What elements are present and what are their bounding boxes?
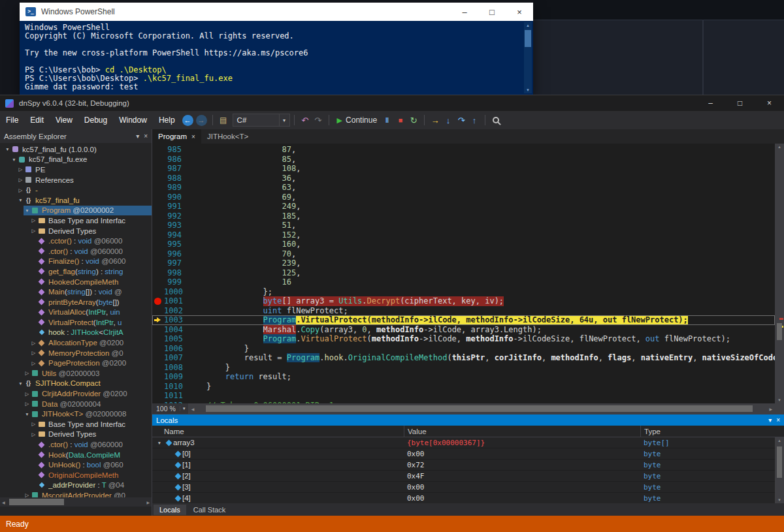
close-button[interactable]: × [755,95,784,111]
breakpoint-gutter[interactable] [152,145,164,155]
breakpoint-gutter[interactable] [152,325,164,335]
chevron-down-icon[interactable]: ▾ [136,133,139,140]
code-editor[interactable]: 985 87,986 85,987 108,988 36,989 63,990 … [152,144,775,403]
undo-button[interactable]: ↶ [299,113,312,127]
breakpoint-gutter[interactable] [152,372,164,382]
scrollbar-thumb[interactable] [525,30,531,47]
breakpoint-gutter[interactable] [152,202,164,211]
breakpoint-gutter[interactable] [152,391,164,401]
tree-item[interactable]: printByteArray(byte[]) [0,297,152,307]
expander-icon[interactable]: ▷ [17,177,24,183]
expander-icon[interactable]: ▷ [30,217,37,223]
expander-icon[interactable]: ▾ [17,381,24,386]
breakpoint-gutter[interactable] [152,183,164,193]
tree-item[interactable]: .ctor() : void @060000 [0,439,152,450]
expander-icon[interactable]: ▷ [24,370,31,376]
search-button[interactable] [489,113,502,127]
breakpoint-gutter[interactable] [152,382,164,392]
scroll-right-icon[interactable]: ▶ [769,407,772,411]
tree-item[interactable]: ▾JITHook<T> @02000008 [0,409,152,419]
scroll-left-icon[interactable]: ◀ [2,500,5,505]
expander-icon[interactable]: ▾ [155,440,164,446]
tree-item[interactable]: ▷Utils @02000003 [0,368,152,379]
breakpoint-icon[interactable] [152,296,164,306]
expander-icon[interactable]: ▷ [17,166,24,172]
break-all-button[interactable]: ‖ [381,113,394,127]
tree-item[interactable]: hook : JITHook<ClrjitA [0,328,152,338]
menu-help[interactable]: Help [153,111,181,129]
chevron-down-icon[interactable]: ▾ [768,416,772,424]
breakpoint-gutter[interactable] [152,277,164,287]
step-into-button[interactable]: ↓ [442,113,455,127]
expander-icon[interactable]: ▷ [24,391,31,397]
breakpoint-gutter[interactable] [152,306,164,316]
powershell-scrollbar[interactable]: ▲ ▼ [524,22,532,93]
tree-item[interactable]: ▷Derived Types [0,226,152,236]
redo-button[interactable]: ↷ [312,113,325,127]
show-next-statement-button[interactable]: → [429,113,442,127]
restart-button[interactable]: ↻ [407,113,420,127]
tree-item[interactable]: ▷MemoryProtection @0 [0,348,152,358]
breakpoint-gutter[interactable] [152,363,164,373]
maximize-button[interactable]: □ [725,95,755,111]
expander-icon[interactable]: ▷ [24,401,31,407]
breakpoint-gutter[interactable] [152,155,164,164]
expander-icon[interactable]: ▾ [24,208,31,213]
tree-item[interactable]: ▷- [0,185,152,195]
expander-icon[interactable]: ▾ [4,146,11,152]
menu-file[interactable]: File [0,111,24,129]
menu-view[interactable]: View [50,111,78,129]
expander-icon[interactable]: ▷ [30,340,37,346]
tree-hscrollbar[interactable]: ◀ ▶ [0,497,152,507]
scroll-up-icon[interactable]: ▲ [777,145,781,149]
breakpoint-gutter[interactable] [152,334,164,344]
scroll-down-icon[interactable]: ▼ [777,498,781,502]
breakpoint-dot[interactable] [154,298,161,305]
minimize-button[interactable]: – [696,95,725,111]
tree-item[interactable]: ▷MscorjitAddrProvider @0 [0,490,152,497]
tree-item[interactable]: VirtualProtect(IntPtr, u [0,317,152,328]
locals-row[interactable]: ▾array3{byte[0x00000367]}byte[] [152,437,784,448]
step-out-button[interactable]: ↑ [468,113,481,127]
tree-item[interactable]: _addrProvider : T @04 [0,480,152,491]
tree-item[interactable]: ▾Program @02000002 [0,206,152,216]
breakpoint-gutter[interactable] [152,249,164,259]
breakpoint-gutter[interactable] [152,211,164,221]
menu-edit[interactable]: Edit [24,111,50,129]
scroll-left-icon[interactable]: ◀ [191,407,195,411]
tree-item[interactable]: HookedCompileMeth [0,277,152,287]
breakpoint-gutter[interactable] [152,344,164,354]
breakpoint-gutter[interactable] [152,240,164,249]
tree-item[interactable]: Hook(Data.CompileM [0,450,152,460]
locals-row[interactable]: [0]0x00byte [152,448,784,460]
column-header-type[interactable]: Type [640,426,784,437]
navigate-back-button[interactable]: ← [181,113,195,127]
scroll-up-icon[interactable]: ▲ [524,22,532,29]
tree-item[interactable]: ▷Derived Types [0,430,152,440]
breakpoint-gutter[interactable] [152,287,164,297]
tab-locals[interactable]: Locals [154,505,186,515]
tree-item[interactable]: get_flag(string) : string [0,266,152,277]
scroll-down-icon[interactable]: ▼ [777,398,781,402]
tree-item[interactable]: Finalize() : void @0600 [0,257,152,267]
expander-icon[interactable]: ▾ [24,411,31,417]
powershell-console[interactable]: Windows PowerShellCopyright (C) Microsof… [20,21,533,95]
expander-icon[interactable]: ▷ [30,360,37,366]
expander-icon[interactable]: ▷ [30,228,37,234]
locals-row[interactable]: [1]0x72byte [152,460,784,471]
menu-window[interactable]: Window [113,111,153,129]
close-icon[interactable]: × [776,416,780,424]
powershell-titlebar[interactable]: >_ Windows PowerShell – □ × [20,3,533,21]
expander-icon[interactable]: ▷ [30,421,37,427]
tree-item[interactable]: UnHook() : bool @060 [0,460,152,470]
tree-item[interactable]: ▷References [0,175,152,185]
close-icon[interactable]: × [191,133,195,140]
tab-program[interactable]: Program × [152,129,201,144]
zoom-control[interactable]: 100 % ▾ [152,403,189,414]
tree-item[interactable]: VirtualAlloc(IntPtr, uin [0,307,152,318]
tree-item[interactable]: ▾kc57_final_fu (1.0.0.0) [0,144,152,155]
language-combo[interactable]: C# ▾ [233,114,290,127]
breakpoint-gutter[interactable] [152,268,164,278]
tree-item[interactable]: OriginalCompileMeth [0,470,152,480]
breakpoint-gutter[interactable] [152,353,164,363]
